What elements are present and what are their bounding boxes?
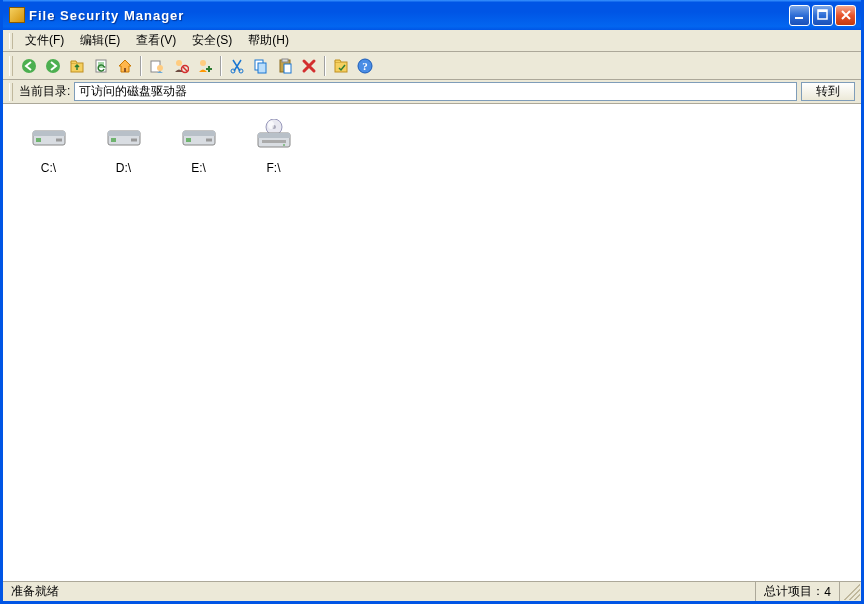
toolbar: ?	[3, 52, 861, 80]
home-button[interactable]	[114, 55, 136, 77]
drive-item[interactable]: F:\	[236, 115, 311, 185]
svg-rect-25	[36, 138, 41, 142]
menu-view[interactable]: 查看(V)	[128, 29, 184, 52]
menu-file[interactable]: 文件(F)	[17, 29, 72, 52]
toolbar-grip[interactable]	[9, 56, 13, 76]
status-ready: 准备就绪	[3, 582, 756, 601]
svg-rect-0	[795, 17, 803, 19]
drive-list[interactable]: C:\ D:\ E:\ F:\	[3, 104, 861, 581]
hdd-icon	[179, 119, 219, 151]
status-total-label: 总计项目：	[764, 583, 824, 600]
titlebar[interactable]: File Security Manager	[3, 0, 861, 30]
delete-button[interactable]	[298, 55, 320, 77]
forward-icon	[45, 58, 61, 74]
minimize-icon	[794, 9, 806, 21]
toolbar-separator	[324, 56, 326, 76]
copy-icon	[253, 58, 269, 74]
minimize-button[interactable]	[789, 5, 810, 26]
address-label: 当前目录:	[19, 83, 70, 100]
status-total-count: 4	[824, 585, 831, 599]
svg-rect-26	[56, 139, 62, 142]
menu-security[interactable]: 安全(S)	[184, 29, 240, 52]
copy-button[interactable]	[250, 55, 272, 77]
status-total: 总计项目： 4	[756, 582, 840, 601]
drive-label: E:\	[191, 161, 206, 175]
user-permission-icon	[149, 58, 165, 74]
go-button[interactable]: 转到	[801, 82, 855, 101]
svg-rect-16	[258, 63, 266, 73]
app-window: File Security Manager 文件(F) 编辑(E) 查看(V) …	[0, 0, 864, 604]
hdd-icon	[29, 119, 69, 151]
user-deny-icon	[173, 58, 189, 74]
close-icon	[840, 9, 852, 21]
svg-rect-24	[33, 131, 65, 136]
svg-point-37	[268, 121, 274, 129]
svg-point-4	[46, 59, 60, 73]
home-icon	[117, 58, 133, 74]
menubar: 文件(F) 编辑(E) 查看(V) 安全(S) 帮助(H)	[3, 30, 861, 52]
maximize-button[interactable]	[812, 5, 833, 26]
paste-icon	[277, 58, 293, 74]
paste-button[interactable]	[274, 55, 296, 77]
drive-item[interactable]: E:\	[161, 115, 236, 185]
statusbar: 准备就绪 总计项目： 4	[3, 581, 861, 601]
refresh-icon	[93, 58, 109, 74]
up-button[interactable]	[66, 55, 88, 77]
resize-grip[interactable]	[844, 584, 860, 600]
close-button[interactable]	[835, 5, 856, 26]
app-icon	[9, 7, 25, 23]
toolbar-separator	[220, 56, 222, 76]
cut-button[interactable]	[226, 55, 248, 77]
delete-icon	[301, 58, 317, 74]
svg-point-12	[200, 60, 206, 66]
menu-help[interactable]: 帮助(H)	[240, 29, 297, 52]
user-add-icon	[197, 58, 213, 74]
svg-rect-28	[108, 131, 140, 136]
svg-point-3	[22, 59, 36, 73]
svg-point-10	[176, 60, 182, 66]
up-folder-icon	[69, 58, 85, 74]
svg-rect-33	[186, 138, 191, 142]
svg-rect-32	[183, 131, 215, 136]
address-input[interactable]	[74, 82, 797, 101]
drive-item[interactable]: C:\	[11, 115, 86, 185]
svg-point-9	[157, 65, 163, 71]
svg-rect-34	[206, 139, 212, 142]
drive-label: F:\	[267, 161, 281, 175]
user-permission-button[interactable]	[146, 55, 168, 77]
user-add-button[interactable]	[194, 55, 216, 77]
menu-edit[interactable]: 编辑(E)	[72, 29, 128, 52]
help-button[interactable]: ?	[354, 55, 376, 77]
maximize-icon	[817, 9, 829, 21]
svg-rect-18	[282, 59, 288, 62]
drive-item[interactable]: D:\	[86, 115, 161, 185]
toolbar-separator	[140, 56, 142, 76]
addressbar-grip[interactable]	[9, 83, 13, 101]
menubar-grip[interactable]	[9, 33, 13, 49]
svg-rect-7	[124, 68, 126, 72]
svg-rect-6	[96, 60, 106, 72]
svg-rect-39	[258, 133, 290, 138]
refresh-button[interactable]	[90, 55, 112, 77]
svg-rect-2	[818, 10, 827, 12]
forward-button[interactable]	[42, 55, 64, 77]
cut-icon	[229, 58, 245, 74]
help-icon: ?	[357, 58, 373, 74]
back-button[interactable]	[18, 55, 40, 77]
svg-point-41	[283, 144, 285, 146]
svg-rect-30	[131, 139, 137, 142]
window-title: File Security Manager	[29, 8, 789, 23]
user-deny-button[interactable]	[170, 55, 192, 77]
hdd-icon	[104, 119, 144, 151]
address-bar: 当前目录: 转到	[3, 80, 861, 104]
window-buttons	[789, 5, 856, 26]
properties-icon	[333, 58, 349, 74]
svg-rect-40	[262, 140, 286, 143]
svg-rect-19	[284, 64, 291, 73]
optical-drive-icon	[254, 119, 294, 151]
back-icon	[21, 58, 37, 74]
properties-button[interactable]	[330, 55, 352, 77]
svg-rect-29	[111, 138, 116, 142]
drive-label: C:\	[41, 161, 56, 175]
svg-text:?: ?	[362, 60, 368, 72]
